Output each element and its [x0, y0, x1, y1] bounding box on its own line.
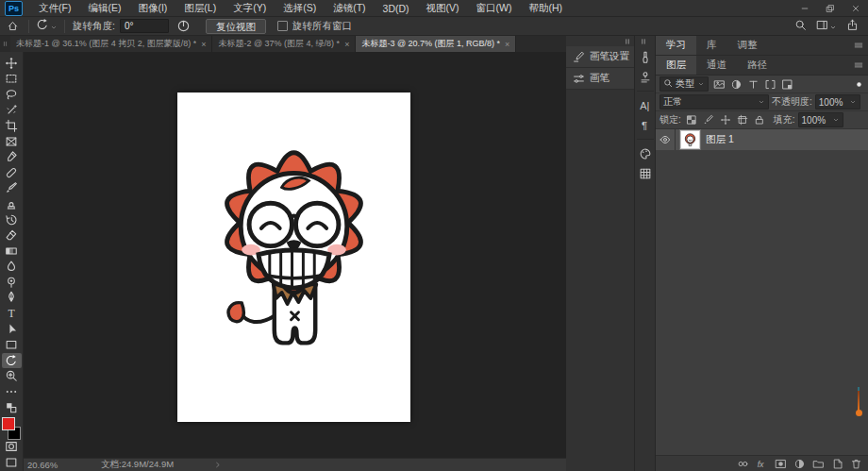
rectangle-tool[interactable]: [2, 337, 22, 352]
layer-row[interactable]: 图层 1: [656, 129, 868, 150]
menu-item-3DD[interactable]: 3D(D): [375, 0, 418, 16]
path-selection-tool[interactable]: [2, 322, 22, 337]
menu-item-F[interactable]: 文件(F): [30, 0, 79, 16]
brush-panel-button[interactable]: 画笔: [566, 68, 634, 90]
document-tab-3[interactable]: 未标题-3 @ 20.7% (图层 1, RGB/8) *×: [356, 36, 516, 52]
gradient-tool[interactable]: [2, 244, 22, 259]
lasso-tool[interactable]: [2, 87, 22, 102]
menu-item-I[interactable]: 图像(I): [129, 0, 175, 16]
panel-tab-库[interactable]: 库: [696, 36, 727, 55]
filter-adjustment-layers-icon[interactable]: [728, 77, 743, 92]
lock-all-icon[interactable]: [752, 113, 767, 127]
eraser-tool[interactable]: [2, 227, 22, 243]
brush-tool[interactable]: [2, 181, 22, 196]
layer-visibility-eye-icon[interactable]: [656, 129, 676, 150]
clone-source-panel-icon[interactable]: [636, 68, 655, 86]
document-tab-1[interactable]: 未标题-1 @ 36.1% (图层 4 拷贝 2, 图层蒙版/8) *×: [10, 36, 212, 52]
quick-mask-mode[interactable]: [2, 440, 22, 455]
canvas-area[interactable]: [24, 52, 566, 458]
layer-thumbnail[interactable]: [680, 130, 700, 149]
lock-artboard-icon[interactable]: [735, 113, 750, 127]
dodge-tool[interactable]: [2, 275, 22, 290]
delete-layer-icon[interactable]: [849, 458, 863, 470]
menu-item-V[interactable]: 视图(V): [418, 0, 468, 16]
document-canvas[interactable]: [177, 93, 410, 422]
pen-tool[interactable]: [2, 291, 22, 306]
frame-tool[interactable]: [2, 134, 22, 149]
tab-close-icon[interactable]: ×: [201, 40, 206, 49]
menu-item-E[interactable]: 编辑(E): [79, 0, 129, 16]
add-layer-mask-icon[interactable]: [774, 458, 788, 470]
clone-stamp-tool[interactable]: [2, 196, 22, 211]
filter-shape-layers-icon[interactable]: [762, 77, 777, 92]
color-panel-icon[interactable]: [636, 144, 655, 162]
lock-image-pixels-icon[interactable]: [701, 113, 716, 127]
link-layers-icon[interactable]: [736, 458, 750, 470]
crop-tool[interactable]: [2, 118, 22, 133]
brush-settings-panel-button[interactable]: 画笔设置: [566, 46, 634, 68]
type-tool[interactable]: T: [2, 306, 22, 321]
filter-pixel-layers-icon[interactable]: [711, 77, 726, 92]
panel-menu-icon[interactable]: [853, 36, 868, 55]
menu-item-T[interactable]: 滤镜(T): [325, 0, 374, 16]
color-swatches[interactable]: [2, 417, 21, 439]
history-brush-tool[interactable]: [2, 212, 22, 227]
brushes-panel-icon[interactable]: [636, 48, 655, 66]
reset-view-button[interactable]: 复位视图: [206, 19, 266, 34]
blend-mode-dropdown[interactable]: 正常: [659, 94, 769, 109]
rotate-angle-input[interactable]: 0°: [120, 19, 169, 33]
menu-item-S[interactable]: 选择(S): [275, 0, 325, 16]
new-layer-icon[interactable]: [830, 458, 844, 470]
panel-tab-学习[interactable]: 学习: [656, 36, 696, 55]
character-panel-icon[interactable]: A|: [636, 96, 655, 114]
minimize-button[interactable]: [792, 0, 817, 16]
layer-style-icon[interactable]: fx: [755, 458, 769, 470]
swatches-panel-icon[interactable]: [636, 164, 655, 182]
menu-item-Y[interactable]: 文字(Y): [225, 0, 275, 16]
fill-dropdown[interactable]: 100%: [798, 112, 843, 127]
tab-close-icon[interactable]: ×: [344, 40, 349, 49]
search-icon[interactable]: [794, 18, 807, 35]
panel-tab-图层[interactable]: 图层: [656, 56, 696, 75]
restore-button[interactable]: [817, 0, 843, 16]
close-button[interactable]: [843, 0, 868, 16]
filter-smart-objects-icon[interactable]: [779, 77, 794, 92]
new-adjustment-layer-icon[interactable]: [793, 458, 807, 470]
angle-dial[interactable]: [176, 19, 191, 33]
menu-item-W[interactable]: 窗口(W): [468, 0, 521, 16]
default-swatches[interactable]: [2, 400, 22, 415]
share-icon[interactable]: [846, 18, 859, 35]
eyedropper-tool[interactable]: [2, 149, 22, 164]
rotate-all-windows-checkbox[interactable]: [277, 21, 288, 31]
screen-mode[interactable]: [2, 455, 22, 470]
home-icon[interactable]: [0, 20, 25, 32]
blur-tool[interactable]: [2, 260, 22, 275]
filter-toggle-icon[interactable]: [854, 79, 864, 90]
new-group-icon[interactable]: [811, 458, 826, 470]
move-tool[interactable]: [2, 56, 22, 71]
foreground-color-swatch[interactable]: [2, 417, 15, 430]
lock-transparent-pixels-icon[interactable]: [684, 113, 699, 127]
expand-panels-icon[interactable]: [640, 36, 650, 46]
panel-tab-路径[interactable]: 路径: [737, 56, 777, 75]
layer-filter-type-dropdown[interactable]: 类型: [659, 76, 709, 92]
zoom-tool[interactable]: [2, 369, 22, 384]
status-zoom-level[interactable]: 20.66%: [27, 460, 93, 470]
expand-panels-icon[interactable]: [566, 36, 634, 46]
healing-brush-tool[interactable]: [2, 165, 22, 180]
dock-expand-icon[interactable]: [0, 36, 10, 52]
current-tool-preset[interactable]: [32, 18, 61, 35]
opacity-dropdown[interactable]: 100%: [815, 94, 860, 109]
panel-tab-通道[interactable]: 通道: [696, 56, 737, 75]
panel-menu-icon[interactable]: [853, 56, 868, 75]
tab-close-icon[interactable]: ×: [505, 40, 509, 49]
lock-position-icon[interactable]: [718, 113, 733, 127]
menu-item-H[interactable]: 帮助(H): [521, 0, 572, 16]
paragraph-panel-icon[interactable]: ¶: [636, 116, 655, 134]
panel-tab-调整[interactable]: 调整: [727, 36, 768, 55]
workspace-switcher[interactable]: [816, 18, 837, 35]
filter-type-layers-icon[interactable]: [745, 77, 760, 92]
document-tab-2[interactable]: 未标题-2 @ 37% (图层 4, 绿/8) *×: [212, 36, 356, 52]
magic-wand-tool[interactable]: [2, 103, 22, 118]
rectangular-marquee-tool[interactable]: [2, 72, 22, 87]
